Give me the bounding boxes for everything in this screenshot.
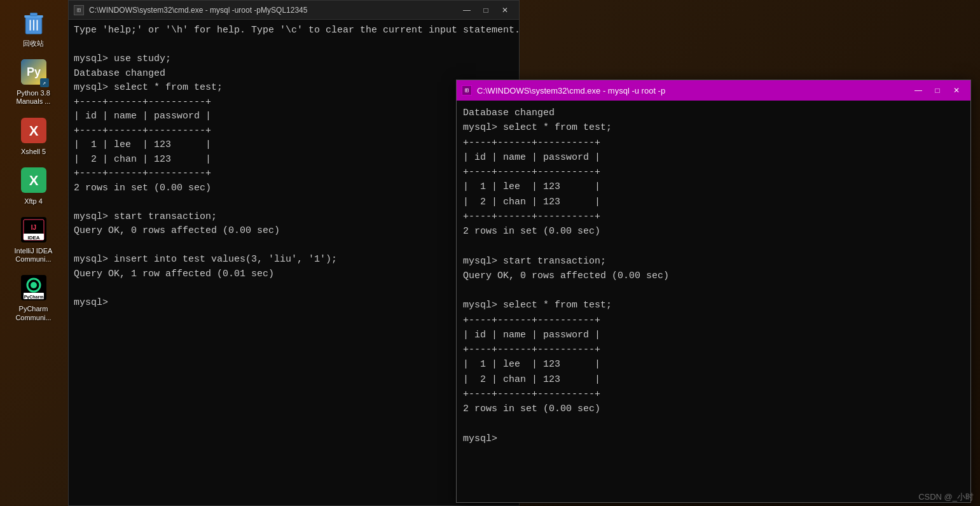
svg-point-20: [31, 282, 37, 288]
recycle-bin-image: [18, 7, 49, 38]
cmd-title-text-2: C:\WINDOWS\system32\cmd.exe - mysql -u r…: [477, 86, 904, 95]
pycharm-image: PyCharm: [18, 272, 49, 303]
cmd-content-2: Database changed mysql> select * from te…: [457, 101, 970, 502]
maximize-button-2[interactable]: □: [928, 84, 946, 97]
desktop-icons: 回收站 Py ↗: [0, 0, 67, 506]
cmd-window-2[interactable]: ⊞ C:\WINDOWS\system32\cmd.exe - mysql -u…: [456, 80, 971, 503]
pycharm-label: PyCharm Communi...: [15, 305, 51, 321]
python-manuals-image: Py ↗: [18, 57, 49, 87]
xftp-image: X: [18, 165, 49, 195]
cmd-title-text-1: C:\WINDOWS\system32\cmd.exe - mysql -uro…: [89, 6, 453, 15]
pycharm-icon[interactable]: PyCharm PyCharm Communi...: [5, 269, 62, 325]
recycle-bin-icon[interactable]: 回收站: [5, 3, 62, 52]
python-manuals-icon[interactable]: Py ↗ Python 3.8 Manuals ...: [5, 53, 62, 109]
cmd-icon-2: ⊞: [462, 85, 472, 95]
cmd-titlebar-1[interactable]: ⊞ C:\WINDOWS\system32\cmd.exe - mysql -u…: [69, 1, 519, 20]
close-button-2[interactable]: ✕: [948, 84, 965, 97]
svg-text:PyCharm: PyCharm: [24, 295, 43, 300]
close-button-1[interactable]: ✕: [496, 4, 514, 17]
xftp-label: Xftp 4: [24, 197, 43, 206]
cmd-content-1: Type 'help;' or '\h' for help. Type '\c'…: [69, 20, 519, 314]
svg-text:X: X: [29, 123, 38, 139]
xshell-label: Xshell 5: [21, 148, 46, 156]
svg-text:IDEA: IDEA: [27, 235, 39, 241]
svg-text:Py: Py: [26, 66, 40, 78]
svg-rect-2: [30, 13, 37, 16]
intellij-icon[interactable]: IJ IDEA IntelliJ IDEA Communi...: [5, 211, 62, 267]
cmd-titlebar-2[interactable]: ⊞ C:\WINDOWS\system32\cmd.exe - mysql -u…: [457, 80, 970, 101]
intellij-label: IntelliJ IDEA Communi...: [15, 247, 53, 264]
maximize-button-1[interactable]: □: [477, 4, 495, 17]
intellij-image: IJ IDEA: [18, 214, 49, 245]
cmd-controls-2: — □ ✕: [909, 84, 965, 97]
cmd-controls-1: — □ ✕: [458, 4, 514, 17]
cmd-window-1[interactable]: ⊞ C:\WINDOWS\system32\cmd.exe - mysql -u…: [68, 0, 520, 506]
watermark: CSDN @_小时: [918, 491, 974, 503]
minimize-button-2[interactable]: —: [909, 84, 927, 97]
cmd-icon-1: ⊞: [74, 5, 84, 15]
xshell-icon[interactable]: X Xshell 5: [5, 111, 62, 160]
svg-text:IJ: IJ: [31, 224, 36, 231]
python-manuals-label: Python 3.8 Manuals ...: [17, 89, 51, 106]
desktop: 回收站 Py ↗: [0, 0, 980, 506]
svg-text:X: X: [29, 172, 38, 188]
minimize-button-1[interactable]: —: [458, 4, 476, 17]
xftp-icon[interactable]: X Xftp 4: [5, 161, 62, 209]
xshell-image: X: [18, 115, 49, 146]
recycle-bin-label: 回收站: [23, 39, 44, 48]
